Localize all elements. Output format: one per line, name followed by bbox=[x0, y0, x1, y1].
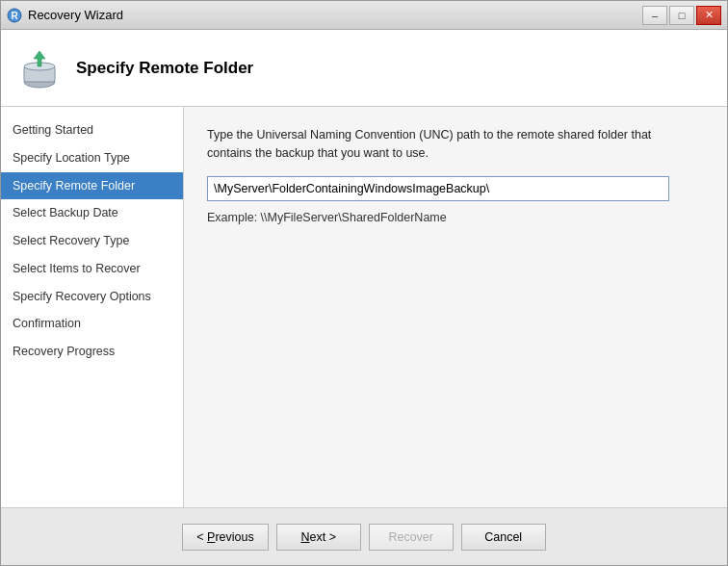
previous-label: < Previous bbox=[196, 530, 253, 544]
sidebar: Getting StartedSpecify Location TypeSpec… bbox=[1, 107, 184, 507]
sidebar-item[interactable]: Recovery Progress bbox=[1, 338, 183, 366]
sidebar-item[interactable]: Select Recovery Type bbox=[1, 227, 183, 255]
svg-text:R: R bbox=[11, 11, 18, 21]
sidebar-item[interactable]: Select Items to Recover bbox=[1, 255, 183, 283]
sidebar-item[interactable]: Specify Location Type bbox=[1, 144, 183, 172]
content-example: Example: \\MyFileServer\SharedFolderName bbox=[207, 211, 704, 224]
title-bar-buttons: – □ ✕ bbox=[642, 6, 721, 25]
app-icon: R bbox=[7, 8, 22, 23]
title-bar: R Recovery Wizard – □ ✕ bbox=[1, 1, 727, 30]
wizard-body: Getting StartedSpecify Location TypeSpec… bbox=[1, 107, 727, 507]
wizard-footer: < Previous Next > Recover Cancel bbox=[1, 507, 727, 565]
close-button[interactable]: ✕ bbox=[696, 6, 721, 25]
title-bar-left: R Recovery Wizard bbox=[7, 8, 123, 23]
next-button[interactable]: Next > bbox=[276, 524, 361, 551]
unc-path-input[interactable] bbox=[207, 176, 669, 201]
cancel-label: Cancel bbox=[484, 530, 522, 544]
window-title: Recovery Wizard bbox=[28, 8, 123, 22]
recovery-wizard-window: R Recovery Wizard – □ ✕ Specify Remote F… bbox=[0, 0, 728, 566]
sidebar-item[interactable]: Select Backup Date bbox=[1, 199, 183, 227]
maximize-button[interactable]: □ bbox=[669, 6, 694, 25]
content-area: Type the Universal Naming Convention (UN… bbox=[184, 107, 727, 507]
sidebar-item[interactable]: Specify Remote Folder bbox=[1, 172, 183, 200]
next-label: Next > bbox=[300, 530, 335, 544]
sidebar-item[interactable]: Specify Recovery Options bbox=[1, 283, 183, 311]
minimize-button[interactable]: – bbox=[642, 6, 667, 25]
sidebar-item[interactable]: Confirmation bbox=[1, 310, 183, 338]
cancel-button[interactable]: Cancel bbox=[461, 524, 546, 551]
header-icon-container bbox=[16, 45, 63, 91]
content-description: Type the Universal Naming Convention (UN… bbox=[207, 126, 669, 163]
sidebar-item[interactable]: Getting Started bbox=[1, 116, 183, 144]
previous-button[interactable]: < Previous bbox=[182, 524, 268, 551]
recover-label: Recover bbox=[388, 530, 433, 544]
recover-button[interactable]: Recover bbox=[369, 524, 454, 551]
header-title: Specify Remote Folder bbox=[76, 59, 253, 78]
wizard-header: Specify Remote Folder bbox=[1, 30, 727, 107]
folder-upload-icon bbox=[16, 45, 63, 91]
